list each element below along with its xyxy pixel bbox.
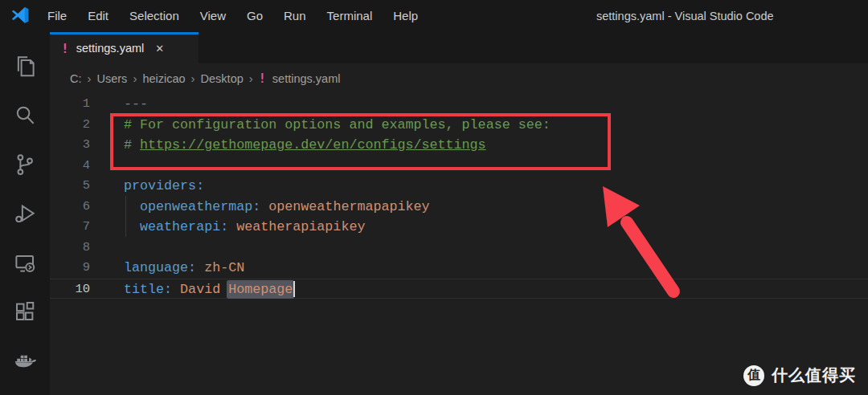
watermark-label: 什么值得买 <box>772 364 856 386</box>
activity-source-control-button[interactable] <box>0 140 50 189</box>
yaml-file-icon: ! <box>61 41 69 56</box>
activity-remote-explorer-button[interactable] <box>0 238 50 287</box>
code-token: https://gethomepage.dev/en/configs/setti… <box>140 137 486 153</box>
code-token <box>228 219 236 234</box>
menu-item-file[interactable]: File <box>37 0 77 32</box>
extensions-icon <box>13 299 37 324</box>
menu-bar: FileEditSelectionViewGoRunTerminalHelp <box>37 0 428 32</box>
code-line[interactable]: 5providers: <box>50 176 868 197</box>
activity-extensions-button[interactable] <box>0 287 50 336</box>
tab-bar: ! settings.yaml ✕ <box>50 32 868 63</box>
code-token: language: <box>124 260 196 275</box>
menu-item-help[interactable]: Help <box>383 0 428 32</box>
menu-item-terminal[interactable]: Terminal <box>317 0 383 32</box>
breadcrumb-segment[interactable]: C: <box>70 72 82 85</box>
code-text: --- <box>124 94 148 115</box>
menu-item-run[interactable]: Run <box>273 0 317 32</box>
breadcrumb-file[interactable]: settings.yaml <box>272 72 341 85</box>
breadcrumb-segment[interactable]: heizicao <box>142 72 185 85</box>
code-token: # For configuration options and examples… <box>124 117 551 132</box>
text-cursor <box>293 281 295 297</box>
breadcrumb-segment[interactable]: Users <box>97 72 128 85</box>
source-control-icon <box>13 153 37 177</box>
code-line[interactable]: 2# For configuration options and example… <box>50 115 868 136</box>
code-token: David <box>180 282 228 297</box>
code-line[interactable]: 8 <box>50 238 868 259</box>
code-token: --- <box>124 96 148 112</box>
code-token: title: <box>124 282 172 297</box>
code-token <box>196 260 204 275</box>
title-bar: FileEditSelectionViewGoRunTerminalHelp s… <box>0 0 868 32</box>
code-text: providers: <box>124 176 204 197</box>
code-line[interactable]: 4 <box>50 156 868 177</box>
menu-item-go[interactable]: Go <box>236 0 273 32</box>
line-number: 1 <box>50 94 90 115</box>
explorer-icon <box>13 55 37 79</box>
activity-bar <box>0 32 50 395</box>
breadcrumb-separator-icon: › <box>249 71 253 85</box>
code-text: weatherapi: weatherapiapikey <box>124 217 365 238</box>
code-line[interactable]: 10title: David Homepage <box>50 279 868 299</box>
tab-settings-yaml[interactable]: ! settings.yaml ✕ <box>50 32 199 63</box>
code-token <box>172 282 180 297</box>
code-line[interactable]: 7 weatherapi: weatherapiapikey <box>50 217 868 238</box>
tab-label: settings.yaml <box>76 42 145 55</box>
menu-item-view[interactable]: View <box>190 0 236 32</box>
activity-explorer-button[interactable] <box>0 42 50 91</box>
menu-item-edit[interactable]: Edit <box>77 0 119 32</box>
code-token: openweathermap: <box>140 199 260 214</box>
line-number: 6 <box>50 197 90 218</box>
code-text: language: zh-CN <box>124 258 244 279</box>
watermark-badge: 值 <box>743 365 764 386</box>
code-token: weatherapi: <box>140 219 228 234</box>
tab-close-icon[interactable]: ✕ <box>155 43 164 55</box>
breadcrumb-segment[interactable]: Desktop <box>201 72 244 85</box>
vscode-logo-icon <box>10 6 31 26</box>
vscode-window: FileEditSelectionViewGoRunTerminalHelp s… <box>0 0 868 395</box>
activity-run-debug-button[interactable] <box>0 189 50 238</box>
code-text: title: David Homepage <box>124 279 295 299</box>
breadcrumb-separator-icon: › <box>88 71 92 85</box>
remote-explorer-icon <box>13 250 37 275</box>
code-token: zh-CN <box>204 260 244 275</box>
line-number: 5 <box>50 176 90 197</box>
breadcrumb-separator-icon: › <box>191 71 195 85</box>
line-number: 2 <box>50 115 90 136</box>
code-text: # For configuration options and examples… <box>124 115 551 136</box>
code-line[interactable]: 9language: zh-CN <box>50 258 868 279</box>
line-number: 8 <box>50 238 90 259</box>
code-token: weatherapiapikey <box>236 219 365 234</box>
activity-docker-button[interactable] <box>0 336 50 385</box>
line-number: 9 <box>50 258 90 279</box>
code-area: 1---2# For configuration options and exa… <box>50 94 868 299</box>
search-icon <box>13 104 37 128</box>
code-token: # <box>124 137 140 153</box>
code-token: Homepage <box>228 282 293 297</box>
breadcrumb: C:›Users›heizicao›Desktop›!settings.yaml <box>50 63 868 93</box>
code-text: # https://gethomepage.dev/en/configs/set… <box>124 135 486 156</box>
line-number: 3 <box>50 135 90 156</box>
line-number: 7 <box>50 217 90 238</box>
line-number: 10 <box>50 279 90 299</box>
editor[interactable]: 1---2# For configuration options and exa… <box>50 93 868 395</box>
code-text: openweathermap: openweathermapapikey <box>124 197 430 218</box>
code-token <box>124 219 140 234</box>
code-line[interactable]: 1--- <box>50 94 868 115</box>
code-token: providers: <box>124 178 204 193</box>
docker-icon <box>13 348 37 373</box>
yaml-file-icon: ! <box>259 71 266 86</box>
menu-item-selection[interactable]: Selection <box>119 0 190 32</box>
code-line[interactable]: 3# https://gethomepage.dev/en/configs/se… <box>50 135 868 156</box>
watermark: 值 什么值得买 <box>743 364 856 386</box>
indent-guide <box>125 196 126 237</box>
breadcrumb-separator-icon: › <box>133 71 137 85</box>
window-title: settings.yaml - Visual Studio Code <box>596 0 774 32</box>
code-token <box>260 199 268 214</box>
code-token <box>124 199 140 214</box>
line-number: 4 <box>50 156 90 177</box>
activity-search-button[interactable] <box>0 91 50 140</box>
code-token: openweathermapapikey <box>268 199 429 214</box>
run-and-debug-icon <box>13 202 37 226</box>
code-line[interactable]: 6 openweathermap: openweathermapapikey <box>50 197 868 218</box>
